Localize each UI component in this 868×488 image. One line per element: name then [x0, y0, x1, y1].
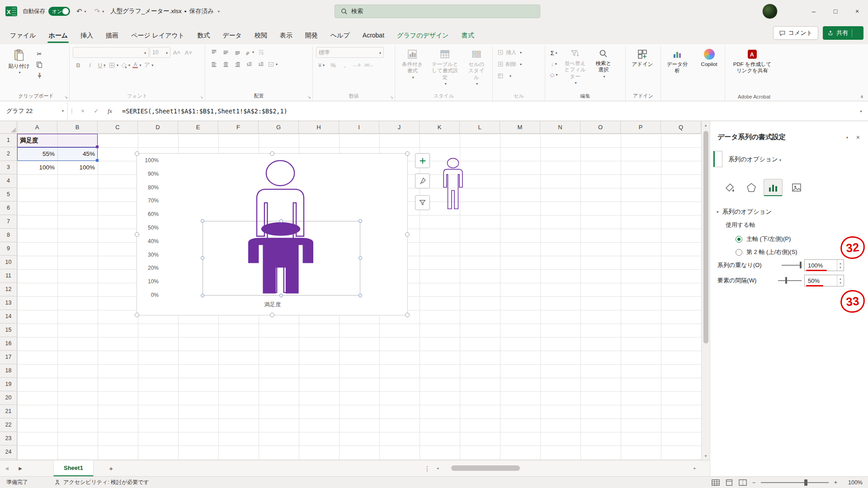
formula-bar-expand-chevron-icon[interactable] [853, 108, 868, 113]
percent-style-button[interactable]: % [328, 60, 339, 70]
tab-draw[interactable]: 描画 [99, 27, 125, 44]
row-header[interactable]: 9 [0, 242, 17, 256]
tab-acrobat[interactable]: Acrobat [356, 27, 391, 44]
scroll-left-icon[interactable]: ◂ [434, 466, 441, 470]
row-header[interactable]: 4 [0, 174, 17, 188]
tab-chart-design[interactable]: グラフのデザイン [391, 27, 455, 44]
column-header[interactable]: Q [661, 121, 701, 134]
chart-resize-handle[interactable] [270, 313, 274, 317]
row-header[interactable]: 15 [0, 324, 17, 337]
increase-decimal-button[interactable]: ←.0 [351, 60, 362, 70]
pane-options-chevron-icon[interactable] [845, 134, 848, 140]
conditional-formatting-button[interactable]: 条件付き書式 [398, 47, 426, 92]
comma-style-button[interactable]: , [340, 60, 350, 70]
font-name-combo[interactable] [73, 47, 149, 58]
scroll-right-icon[interactable]: ▸ [691, 466, 698, 470]
zoom-slider[interactable] [761, 482, 829, 483]
chart-resize-handle[interactable] [270, 151, 274, 156]
tab-developer[interactable]: 開発 [299, 27, 324, 44]
align-center-button[interactable] [220, 59, 231, 69]
fill-button[interactable]: ↓ [548, 59, 559, 69]
align-right-button[interactable] [232, 59, 243, 69]
vertical-scrollbar[interactable]: ▴ ▾ [701, 121, 710, 460]
collapse-ribbon-chevron-icon[interactable]: ∧ [860, 94, 863, 99]
chart-resize-handle[interactable] [405, 313, 410, 317]
page-layout-view-icon[interactable] [725, 479, 733, 486]
row-header[interactable]: 3 [0, 161, 17, 174]
alignment-dialog-launcher[interactable] [307, 95, 311, 99]
column-header[interactable]: D [138, 121, 178, 134]
increase-indent-button[interactable] [255, 59, 266, 69]
chart-resize-handle[interactable] [135, 313, 139, 317]
column-header[interactable]: N [540, 121, 580, 134]
person-filled-shape[interactable] [240, 221, 321, 295]
series-handle[interactable] [201, 219, 204, 223]
insert-cells-button[interactable]: 挿入 [496, 47, 542, 58]
decrease-font-button[interactable]: A˅ [183, 47, 194, 57]
cell-A2[interactable]: 55% [17, 147, 57, 161]
spin-up-icon[interactable]: ▴ [840, 277, 841, 281]
row-header[interactable]: 1 [0, 134, 17, 147]
horizontal-scrollbar-thumb[interactable] [451, 465, 520, 471]
minimize-button[interactable]: – [803, 0, 825, 23]
tab-chart-format[interactable]: 書式 [455, 27, 481, 44]
column-header[interactable]: F [218, 121, 259, 134]
tab-page-layout[interactable]: ページ レイアウト [125, 27, 191, 44]
format-cells-button[interactable] [496, 70, 542, 81]
series-handle[interactable] [279, 219, 283, 223]
undo-button[interactable]: ↶ [75, 6, 88, 16]
name-box-splitter[interactable]: ⋮ [68, 108, 76, 114]
italic-button[interactable]: I [85, 60, 95, 70]
scroll-down-icon[interactable]: ▾ [702, 452, 710, 460]
overlap-slider-handle[interactable] [800, 262, 802, 268]
font-size-combo[interactable]: 10 [150, 47, 170, 58]
gap-spinner[interactable]: ▴ ▾ [837, 275, 844, 286]
column-header[interactable]: A [17, 121, 57, 134]
tab-file[interactable]: ファイル [4, 27, 42, 44]
copy-button[interactable] [34, 60, 45, 70]
number-format-combo[interactable]: 標準 [316, 47, 384, 58]
row-header[interactable]: 21 [0, 405, 17, 418]
column-header[interactable]: P [621, 121, 661, 134]
column-header[interactable]: B [57, 121, 98, 134]
tab-review[interactable]: 校閲 [248, 27, 274, 44]
accessibility-status[interactable]: アクセシビリティ: 検討が必要です [54, 479, 149, 486]
align-bottom-button[interactable] [232, 47, 243, 57]
sheet-tab-sheet1[interactable]: Sheet1 [53, 460, 94, 477]
select-all-corner[interactable] [0, 121, 17, 134]
row-header[interactable]: 6 [0, 202, 17, 215]
page-break-view-icon[interactable] [739, 479, 747, 486]
series-handle[interactable] [201, 294, 204, 297]
merge-center-button[interactable] [267, 59, 278, 69]
paste-button[interactable]: 貼り付け [6, 47, 32, 92]
row-header[interactable]: 23 [0, 432, 17, 446]
row-header[interactable]: 14 [0, 310, 17, 324]
enter-entry-icon[interactable]: ✓ [90, 108, 103, 114]
delete-cells-button[interactable]: 削除 [496, 59, 542, 70]
row-header[interactable]: 20 [0, 391, 17, 405]
tab-help[interactable]: ヘルプ [324, 27, 356, 44]
chart-styles-button[interactable] [415, 174, 430, 188]
picture-tab[interactable] [787, 179, 806, 196]
column-header[interactable]: G [259, 121, 299, 134]
horizontal-scrollbar-track[interactable] [441, 465, 691, 471]
row-header[interactable]: 11 [0, 269, 17, 283]
share-dropdown-chevron-icon[interactable] [856, 30, 859, 37]
sheet-more-icon[interactable]: ⋮ [424, 465, 430, 472]
cut-button[interactable]: ✂ [34, 49, 45, 59]
people-graph-chart[interactable]: 100%90%80%70%60%50%40%30%20%10%0% 満足度 [137, 153, 408, 315]
decrease-decimal-button[interactable]: .00→ [363, 60, 374, 70]
data-analysis-button[interactable]: データ分析 [664, 47, 690, 92]
gap-slider-track[interactable] [778, 280, 802, 281]
spin-up-icon[interactable]: ▴ [840, 261, 841, 265]
row-header[interactable]: 17 [0, 351, 17, 364]
overlap-slider-track[interactable] [782, 265, 802, 266]
cell-A3[interactable]: 100% [17, 161, 57, 174]
series-options-section-header[interactable]: ▾ 系列のオプション [717, 208, 772, 216]
row-header[interactable]: 19 [0, 378, 17, 391]
chart-resize-handle[interactable] [135, 232, 139, 237]
column-header[interactable]: M [500, 121, 540, 134]
find-select-button[interactable]: 検索と選択 [591, 47, 616, 92]
align-middle-button[interactable] [220, 47, 231, 57]
series-handle[interactable] [201, 256, 204, 260]
